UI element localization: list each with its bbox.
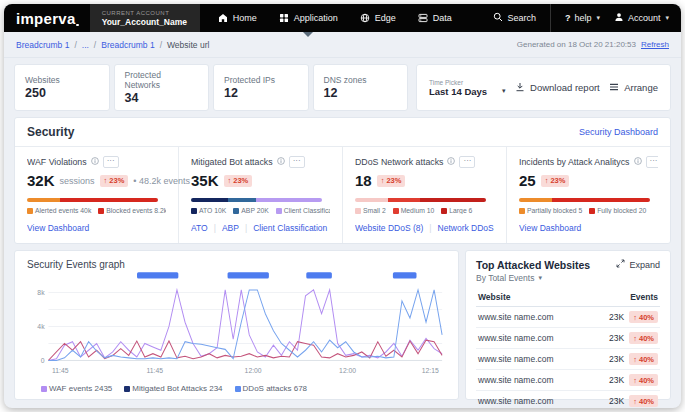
person-icon — [614, 12, 624, 24]
breadcrumb-ellipsis[interactable]: ... — [82, 40, 89, 50]
chart-annotation-bar — [137, 272, 178, 278]
card-link[interactable]: Client Classification — [253, 223, 327, 233]
svg-text:0: 0 — [41, 357, 45, 365]
stat-card-protected-ips: Protected IPs 12 — [213, 64, 309, 111]
top-attacked-websites-card: Top Attacked Websites By Total Events ▾ … — [465, 250, 671, 400]
card-link[interactable]: Network DDoS (10) — [438, 223, 494, 233]
breadcrumb-item[interactable]: Breadcrumb 1 — [16, 40, 69, 50]
time-picker-label: Time Picker — [429, 79, 506, 86]
bar-segment — [388, 198, 421, 202]
bar-legend: ATO 10KABP 20KClient Classification 5K — [191, 207, 330, 214]
data-icon — [418, 13, 428, 23]
nav-item-edge[interactable]: Edge — [360, 4, 396, 32]
help-menu-button[interactable]: ? help ▾ — [565, 13, 600, 23]
stacked-bar — [27, 198, 158, 202]
legend-item: Fully blocked 20 — [589, 207, 646, 214]
bar-segment — [256, 198, 321, 202]
nav-right: Search ? help ▾ Account ▾ — [493, 4, 681, 32]
up-arrow-icon: ↑ — [545, 176, 549, 185]
trend-badge: ↑23% — [224, 175, 253, 187]
card-link[interactable]: ATO — [191, 223, 208, 233]
events-value: 23K — [609, 312, 624, 322]
svg-text:12:15: 12:15 — [422, 367, 439, 375]
info-icon[interactable] — [634, 157, 642, 167]
top-nav: imperva CURRENT ACCOUNT Your_Account_Nam… — [4, 4, 681, 32]
time-picker[interactable]: Time Picker Last 14 Days ▾ — [429, 79, 506, 97]
stat-card-dns-zones: DNS zones 12 — [313, 64, 409, 111]
nav-item-home[interactable]: Home — [218, 4, 257, 32]
generated-timestamp: Generated on 18 Oct 20 21:20:53 Refresh — [517, 40, 669, 49]
nav-item-application[interactable]: Application — [279, 4, 338, 32]
sort-by-dropdown[interactable]: By Total Events ▾ — [476, 273, 590, 283]
card-menu-button[interactable]: ··· — [289, 156, 305, 168]
legend-swatch — [235, 386, 241, 392]
breadcrumb-separator: / — [94, 40, 96, 50]
nav-divider — [550, 4, 551, 32]
search-button[interactable]: Search — [493, 12, 536, 24]
refresh-link[interactable]: Refresh — [641, 40, 669, 49]
link-separator: | — [429, 223, 431, 233]
card-link[interactable]: View Dashboard — [519, 223, 581, 233]
table-row: www.site name.com23K↑ 40% — [476, 370, 660, 391]
imperva-logo[interactable]: imperva — [4, 4, 90, 32]
current-account-selector[interactable]: CURRENT ACCOUNT Your_Account_Name — [90, 4, 200, 32]
nav-item-label: Home — [233, 13, 257, 23]
bar-legend: Small 2Medium 10Large 6 — [355, 207, 494, 214]
arrange-icon — [609, 82, 619, 94]
arrange-button[interactable]: Arrange — [609, 82, 658, 94]
svg-text:11:45: 11:45 — [146, 367, 163, 375]
chart-legend: WAF events 2435Mitigated Bot Attacks 234… — [27, 382, 446, 393]
breadcrumb: Breadcrumb 1 / ... / Breadcrumb 1 / Webs… — [16, 40, 209, 50]
website-cell: www.site name.com — [478, 354, 554, 364]
download-icon — [515, 82, 525, 94]
card-link[interactable]: View Dashboard — [27, 223, 89, 233]
card-title: DDoS Network attacks — [355, 157, 443, 167]
card-link[interactable]: Website DDoS (8) — [355, 223, 423, 233]
table-header-row: Website Events — [476, 289, 660, 307]
trend-badge: ↑ 40% — [629, 353, 658, 365]
legend-swatch — [441, 208, 447, 214]
card-menu-button[interactable]: ··· — [459, 156, 475, 168]
card-menu-button[interactable]: ··· — [103, 156, 119, 168]
expand-label: Expand — [629, 260, 660, 270]
card-link[interactable]: ABP — [222, 223, 239, 233]
legend-swatch — [355, 208, 361, 214]
trend-badge: ↑ 40% — [629, 395, 658, 407]
info-icon[interactable] — [277, 157, 285, 167]
bar-segment — [60, 198, 158, 202]
bar-segment — [27, 198, 60, 202]
info-icon[interactable] — [447, 157, 455, 167]
expand-button[interactable]: Expand — [616, 259, 660, 270]
nav-item-label: Data — [433, 13, 452, 23]
logo-dot — [76, 24, 79, 27]
download-report-button[interactable]: Download report — [515, 82, 600, 94]
stacked-bar — [519, 198, 650, 202]
security-events-chart: 8k4k011:4511:4512:0012:0012:15 — [27, 270, 446, 382]
bar-segment — [519, 198, 552, 202]
card-menu-button[interactable]: ··· — [646, 156, 658, 168]
legend-swatch — [191, 208, 197, 214]
table-row: www.site name.com23K↑ 40% — [476, 349, 660, 370]
security-dashboard-link[interactable]: Security Dashboard — [579, 127, 658, 137]
chevron-down-icon: ▾ — [596, 14, 600, 22]
table-body: www.site name.com23K↑ 40%www.site name.c… — [476, 307, 660, 408]
stat-label: Protected Networks — [125, 70, 199, 90]
current-account-label: CURRENT ACCOUNT — [102, 10, 188, 16]
trend-badge: ↑23% — [541, 175, 570, 187]
stats-row: Websites 250 Protected Networks 34 Prote… — [14, 64, 671, 111]
card-links: Website DDoS (8)|Network DDoS (10) — [355, 223, 494, 233]
legend-item: ATO 10K — [191, 207, 226, 214]
chart-annotation-bar — [393, 272, 417, 278]
stat-value: 12 — [224, 86, 298, 100]
main-menu: Home Application Edge Data — [218, 4, 452, 32]
breadcrumb-item[interactable]: Breadcrumb 1 — [101, 40, 154, 50]
account-menu-button[interactable]: Account ▾ — [614, 12, 669, 24]
info-icon[interactable] — [91, 157, 99, 167]
app-window: imperva CURRENT ACCOUNT Your_Account_Nam… — [4, 4, 681, 408]
search-icon — [493, 12, 503, 24]
nav-item-data[interactable]: Data — [418, 4, 452, 32]
stat-label: Websites — [25, 75, 99, 85]
current-account-name: Your_Account_Name — [102, 17, 188, 27]
waf-violations-card: WAF Violations ··· 32K sessions ↑23% • 4… — [15, 147, 179, 243]
svg-text:11:45: 11:45 — [52, 367, 69, 375]
